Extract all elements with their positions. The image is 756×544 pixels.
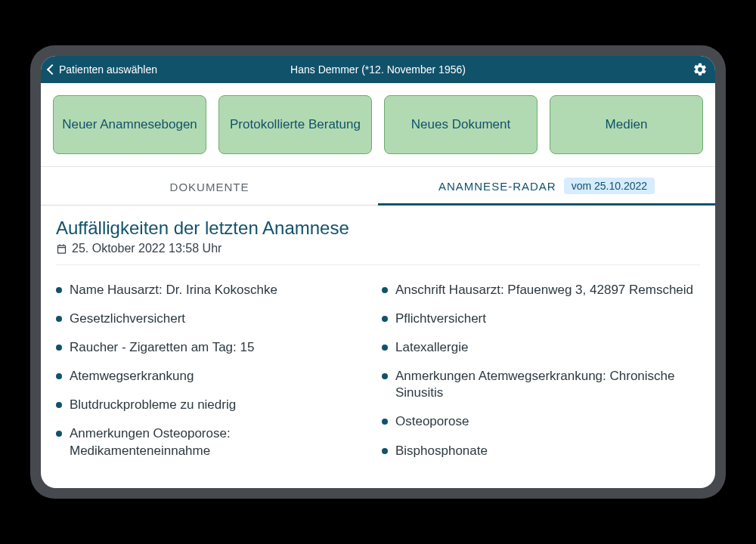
finding-text: Raucher - Zigaretten am Tag: 15 xyxy=(70,339,254,356)
new-document-button[interactable]: Neues Dokument xyxy=(384,95,538,154)
quick-actions-row: Neuer Anamnesebogen Protokollierte Berat… xyxy=(41,83,715,167)
finding-text: Name Hausarzt: Dr. Irina Kokoschke xyxy=(70,282,277,298)
finding-text: Latexallergie xyxy=(395,339,468,356)
tab-documents-label: DOKUMENTE xyxy=(170,181,249,193)
back-button[interactable]: Patienten auswählen xyxy=(48,63,157,76)
chevron-left-icon xyxy=(47,64,57,75)
tab-anamnese-radar[interactable]: ANAMNESE-RADAR vom 25.10.2022 xyxy=(378,167,715,206)
settings-button[interactable] xyxy=(692,62,708,77)
findings-list: Name Hausarzt: Dr. Irina KokoschkeGesetz… xyxy=(56,276,700,465)
section-title: Auffälligkeiten der letzten Anamnese xyxy=(56,218,700,239)
tablet-frame: Patienten auswählen Hans Demmer (*12. No… xyxy=(30,45,726,499)
tab-bar: DOKUMENTE ANAMNESE-RADAR vom 25.10.2022 xyxy=(41,167,715,206)
finding-item: Gesetzlichversichert xyxy=(56,304,374,333)
finding-text: Anschrift Hausarzt: Pfauenweg 3, 42897 R… xyxy=(395,282,693,298)
finding-text: Pflichtversichert xyxy=(395,311,486,327)
radar-content: Auffälligkeiten der letzten Anamnese 25.… xyxy=(41,206,715,488)
timestamp-text: 25. Oktober 2022 13:58 Uhr xyxy=(72,242,222,255)
app-screen: Patienten auswählen Hans Demmer (*12. No… xyxy=(41,56,715,488)
bullet-icon xyxy=(382,287,388,293)
finding-item: Blutdruckprobleme zu niedrig xyxy=(56,391,374,419)
bullet-icon xyxy=(382,345,388,351)
bullet-icon xyxy=(382,316,388,322)
finding-item: Pflichtversichert xyxy=(382,304,700,333)
finding-item: Anmerkungen Atemwegserkrankung: Chronisc… xyxy=(382,362,700,407)
tab-radar-label: ANAMNESE-RADAR xyxy=(438,180,556,193)
finding-text: Atemwegserkrankung xyxy=(70,368,194,385)
calendar-icon xyxy=(56,243,67,255)
bullet-icon xyxy=(56,402,62,408)
bullet-icon xyxy=(382,373,388,379)
new-anamnesis-button[interactable]: Neuer Anamnesebogen xyxy=(53,95,206,154)
top-navigation-bar: Patienten auswählen Hans Demmer (*12. No… xyxy=(41,56,715,83)
finding-item: Latexallergie xyxy=(382,333,700,362)
consultation-button[interactable]: Protokollierte Beratung xyxy=(218,95,372,154)
new-anamnesis-label: Neuer Anamnesebogen xyxy=(62,116,197,132)
section-timestamp: 25. Oktober 2022 13:58 Uhr xyxy=(56,242,700,265)
gear-icon xyxy=(692,62,708,77)
finding-item: Anschrift Hausarzt: Pfauenweg 3, 42897 R… xyxy=(382,276,700,304)
finding-text: Anmerkungen Atemwegserkrankung: Chronisc… xyxy=(395,368,700,401)
finding-item: Bisphosphonate xyxy=(382,437,700,465)
new-document-label: Neues Dokument xyxy=(411,116,510,132)
bullet-icon xyxy=(382,448,388,454)
finding-item: Raucher - Zigaretten am Tag: 15 xyxy=(56,333,374,362)
finding-text: Bisphosphonate xyxy=(395,443,488,459)
consultation-label: Protokollierte Beratung xyxy=(230,116,361,132)
media-label: Medien xyxy=(606,116,648,132)
finding-text: Blutdruckprobleme zu niedrig xyxy=(70,397,236,413)
back-label: Patienten auswählen xyxy=(59,63,157,76)
finding-text: Anmerkungen Osteoporose: Medikamentenein… xyxy=(70,425,374,459)
tab-documents[interactable]: DOKUMENTE xyxy=(41,167,378,206)
bullet-icon xyxy=(382,419,388,425)
finding-text: Gesetzlichversichert xyxy=(70,311,185,327)
bullet-icon xyxy=(56,316,62,322)
finding-item: Name Hausarzt: Dr. Irina Kokoschke xyxy=(56,276,374,304)
bullet-icon xyxy=(56,431,62,437)
finding-item: Atemwegserkrankung xyxy=(56,362,374,391)
finding-item: Anmerkungen Osteoporose: Medikamentenein… xyxy=(56,419,374,465)
finding-item: Osteoporose xyxy=(382,407,700,436)
bullet-icon xyxy=(56,345,62,351)
finding-text: Osteoporose xyxy=(395,413,469,430)
media-button[interactable]: Medien xyxy=(550,95,703,154)
bullet-icon xyxy=(56,373,62,379)
bullet-icon xyxy=(56,287,62,293)
tab-radar-date-badge: vom 25.10.2022 xyxy=(564,178,655,194)
